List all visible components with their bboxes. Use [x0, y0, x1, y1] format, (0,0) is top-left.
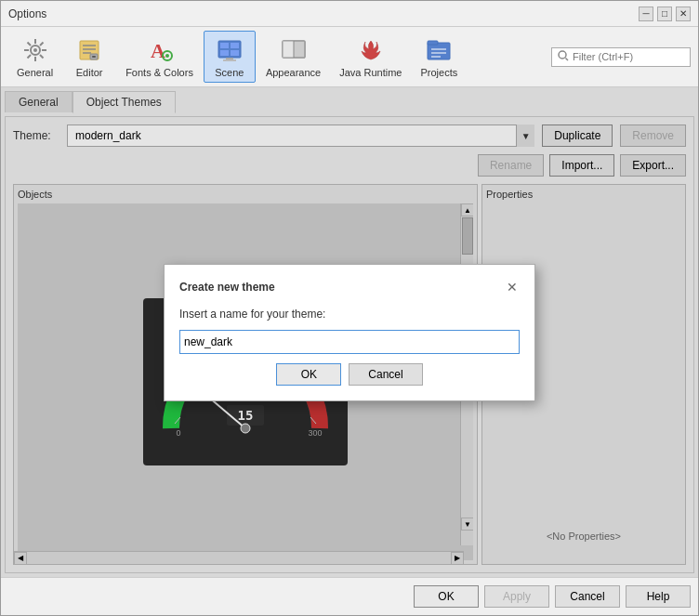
projects-label: Projects [420, 67, 457, 78]
search-input[interactable] [573, 51, 684, 62]
toolbar-item-scene[interactable]: Scene [204, 31, 256, 83]
svg-line-9 [27, 55, 31, 59]
bottom-bar: OK Apply Cancel Help [1, 577, 698, 615]
modal-cancel-button[interactable]: Cancel [349, 363, 422, 386]
search-bar [551, 47, 691, 67]
modal-close-button[interactable]: ✕ [505, 280, 520, 295]
modal-input-label: Insert a name for your theme: [179, 308, 520, 321]
modal-overlay: Create new theme ✕ Insert a name for you… [1, 87, 698, 577]
svg-rect-29 [294, 41, 305, 58]
window-title: Options [8, 7, 46, 20]
modal-buttons: OK Cancel [179, 363, 520, 386]
search-icon [558, 50, 569, 64]
svg-line-7 [40, 55, 44, 59]
scene-icon [215, 35, 244, 65]
general-icon [20, 35, 50, 65]
java-runtime-label: Java Runtime [339, 67, 402, 78]
modal-ok-button[interactable]: OK [276, 363, 341, 386]
help-button[interactable]: Help [626, 585, 691, 608]
apply-button[interactable]: Apply [484, 585, 549, 608]
scene-label: Scene [215, 67, 244, 78]
projects-icon [424, 35, 454, 65]
svg-line-8 [40, 43, 44, 46]
fonts-colors-icon: A [145, 35, 175, 65]
svg-rect-21 [220, 43, 229, 48]
options-window: Options ─ □ ✕ [0, 0, 699, 616]
fonts-colors-label: Fonts & Colors [125, 67, 193, 78]
svg-point-19 [165, 54, 169, 58]
svg-rect-32 [428, 41, 438, 45]
minimize-button[interactable]: ─ [639, 7, 653, 21]
appearance-label: Appearance [266, 67, 321, 78]
editor-label: Editor [76, 67, 103, 78]
create-theme-dialog: Create new theme ✕ Insert a name for you… [164, 264, 535, 401]
toolbar-item-appearance[interactable]: Appearance [257, 31, 329, 83]
svg-rect-24 [231, 50, 239, 56]
cancel-button[interactable]: Cancel [555, 585, 620, 608]
modal-title: Create new theme [179, 281, 275, 294]
title-bar-controls: ─ □ ✕ [639, 7, 691, 21]
svg-line-37 [566, 58, 569, 60]
svg-rect-26 [223, 59, 236, 61]
java-runtime-icon [356, 35, 386, 65]
editor-icon [74, 35, 104, 65]
general-label: General [17, 67, 53, 78]
ok-button[interactable]: OK [414, 585, 479, 608]
svg-rect-22 [231, 43, 239, 48]
modal-title-bar: Create new theme ✕ [179, 280, 520, 295]
toolbar-item-editor[interactable]: Editor [63, 31, 115, 83]
toolbar-item-java-runtime[interactable]: Java Runtime [331, 31, 410, 83]
svg-point-1 [33, 48, 37, 52]
svg-rect-23 [220, 50, 229, 56]
content-area: General Object Themes Theme: modern_dark… [1, 87, 698, 577]
svg-rect-28 [283, 41, 294, 58]
svg-line-6 [27, 43, 31, 46]
toolbar-item-fonts-colors[interactable]: A Fonts & Colors [117, 31, 202, 83]
maximize-button[interactable]: □ [657, 7, 672, 21]
close-button[interactable]: ✕ [676, 7, 691, 21]
svg-point-36 [559, 51, 566, 59]
appearance-icon [279, 35, 309, 65]
toolbar-item-general[interactable]: General [8, 31, 61, 83]
title-bar: Options ─ □ ✕ [1, 1, 698, 27]
toolbar: General Editor A [1, 27, 698, 87]
theme-name-input[interactable] [179, 330, 520, 354]
toolbar-item-projects[interactable]: Projects [412, 31, 466, 83]
